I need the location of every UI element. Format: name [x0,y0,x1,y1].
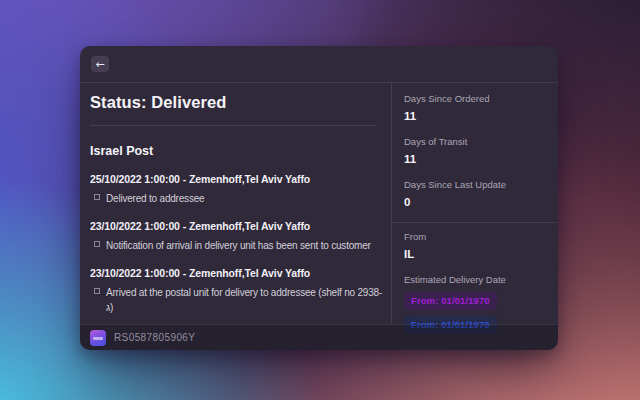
app-logo-icon [90,330,106,346]
stat-value: 11 [404,109,546,123]
sidebar-divider [392,222,558,223]
stat-value: 0 [404,195,546,209]
event-detail: Delivered to addressee [90,191,385,206]
event-detail: Arrived at the postal unit for delivery … [90,285,385,315]
window-body: Status: Delivered Israel Post 25/10/2022… [80,83,558,324]
estimated-date-badge-purple: From: 01/01/1970 [404,292,497,310]
square-bullet-icon [94,288,100,294]
event-detail-text: Arrived at the postal unit for delivery … [106,285,385,315]
event-date: 23/10/2022 1:00:00 - Zemenhoff,Tel Aviv … [90,219,385,233]
tracking-footer-item[interactable]: RS0587805906Y [80,324,558,350]
back-arrow-icon: ← [95,58,104,71]
timeline-scroll-area[interactable]: Status: Delivered Israel Post 25/10/2022… [80,83,392,324]
timeline-event: 23/10/2022 1:00:00 - Zemenhoff,Tel Aviv … [90,266,385,315]
stat-label: Days of Transit [404,136,546,148]
from-label: From [404,231,546,243]
stat-label: Days Since Ordered [404,93,546,105]
event-detail: Notification of arrival in delivery unit… [90,238,385,253]
window-header: ← [80,46,558,83]
desktop-background: ← Status: Delivered Israel Post 25/10/20… [0,0,640,400]
eta-label: Estimated Delivery Date [404,274,546,286]
stat-label: Days Since Last Update [404,179,546,191]
tracking-number: RS0587805906Y [114,332,195,343]
stats-sidebar: Days Since Ordered 11 Days of Transit 11… [392,83,558,324]
from-value: IL [404,247,546,261]
title-divider [90,125,377,126]
event-date: 25/10/2022 1:00:00 - Zemenhoff,Tel Aviv … [90,172,385,186]
page-title: Status: Delivered [90,92,385,112]
square-bullet-icon [94,194,100,200]
timeline-event: 25/10/2022 1:00:00 - Zemenhoff,Tel Aviv … [90,172,385,206]
timeline-event: 23/10/2022 1:00:00 - Zemenhoff,Tel Aviv … [90,219,385,253]
tracking-window: ← Status: Delivered Israel Post 25/10/20… [80,46,558,350]
carrier-name: Israel Post [90,144,385,159]
event-detail-text: Delivered to addressee [106,191,204,206]
back-button[interactable]: ← [91,56,109,72]
square-bullet-icon [94,241,100,247]
stat-value: 11 [404,152,546,166]
event-detail-text: Notification of arrival in delivery unit… [106,238,371,253]
event-date: 23/10/2022 1:00:00 - Zemenhoff,Tel Aviv … [90,266,385,280]
